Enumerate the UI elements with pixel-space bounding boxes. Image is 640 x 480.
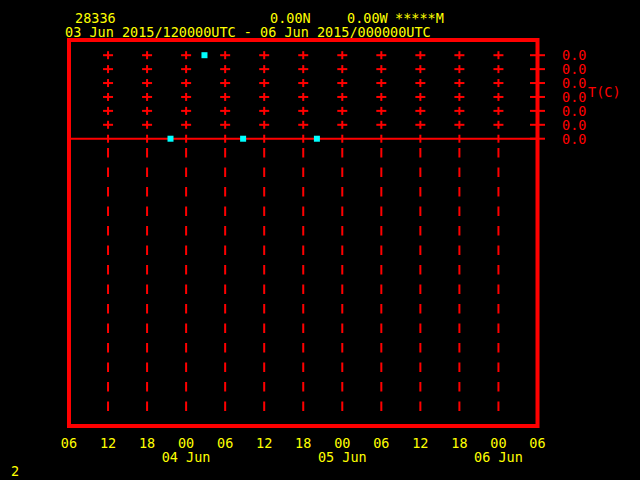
- data-point-marker: [314, 136, 320, 142]
- meteogram-plot: [0, 0, 640, 480]
- meteogram-screen: { "colors": { "background": "#000000", "…: [0, 0, 640, 480]
- page-indicator: 2: [11, 464, 19, 478]
- y-axis-title: T(C): [588, 85, 621, 99]
- data-point-marker: [240, 136, 246, 142]
- data-point-marker: [168, 136, 174, 142]
- data-point-marker: [201, 52, 207, 58]
